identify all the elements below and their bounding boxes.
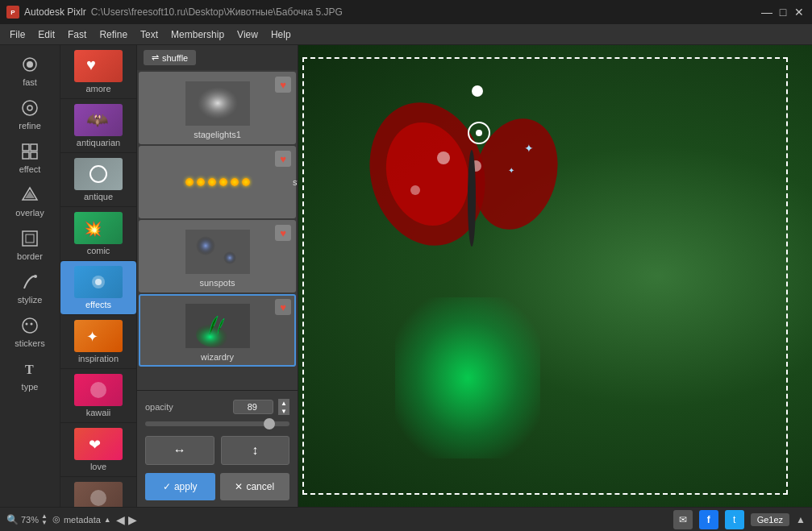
nav-controls: ◀ ▶ [116,513,137,526]
category-comic[interactable]: 💥 comic [60,207,136,261]
favorite-sunspots-button[interactable]: ♥ [275,225,291,241]
category-love-thumb: ❤ [74,428,123,460]
svg-point-2 [23,101,37,115]
tool-stickers-label: stickers [15,338,44,348]
facebook-button[interactable]: f [699,510,718,529]
svg-point-37 [437,151,450,164]
svg-text:💥: 💥 [84,220,102,238]
tool-effect[interactable]: effect [2,135,57,179]
tool-fast[interactable]: fast [2,48,57,92]
tool-refine[interactable]: refine [2,92,57,135]
menu-fast[interactable]: Fast [61,27,93,42]
tool-stickers[interactable]: stickers [2,309,57,353]
menu-text[interactable]: Text [134,27,164,42]
svg-rect-5 [31,144,37,151]
metadata-section[interactable]: ◎ metadata ▲ [52,514,111,525]
favorite-wizardry-button[interactable]: ♥ [275,299,291,315]
twitter-button[interactable]: t [725,510,744,529]
menu-view[interactable]: View [231,27,264,42]
effects-header: ⇌ shuffle [137,45,298,70]
fast-icon [19,53,41,76]
svg-rect-29 [185,230,250,274]
category-marks[interactable]: marks [60,477,136,507]
effect-sunspots[interactable]: ♥ sunspots [139,220,296,292]
user-badge[interactable]: Ge1ez [751,513,789,526]
svg-point-3 [27,106,32,110]
category-antique[interactable]: antique [60,153,136,207]
svg-rect-4 [23,144,29,151]
svg-text:✦: ✦ [86,329,98,345]
favorite-stagelights2-button[interactable]: ♥ [275,151,291,167]
zoom-spinners: ▲ ▼ [41,513,48,526]
tool-fast-label: fast [23,77,37,87]
category-amore[interactable]: ♥ amore [60,45,136,99]
category-marks-thumb [74,482,123,507]
light-dot [185,178,194,186]
wizardry-thumb [140,300,294,352]
flip-horizontal-button[interactable]: ↔ [145,436,214,465]
svg-text:🦇: 🦇 [86,109,109,131]
expand-button[interactable]: ▲ [796,514,806,525]
nav-prev-button[interactable]: ◀ [116,513,125,526]
effect-stagelights1[interactable]: ♥ stagelights1 [139,72,296,144]
menu-membership[interactable]: Membership [164,27,231,42]
mail-button[interactable]: ✉ [673,510,693,529]
favorite-stagelights1-button[interactable]: ♥ [275,77,291,93]
minimize-button[interactable]: — [760,6,773,19]
category-effects[interactable]: effects [60,261,136,315]
app-icon: P [6,6,19,19]
category-love[interactable]: ❤ love [60,423,136,477]
svg-point-25 [90,490,106,506]
apply-button[interactable]: ✓ apply [145,473,215,500]
wizardry-name: wizardry [201,352,234,362]
effect-wizardry[interactable]: ♥ wizardry [139,294,296,367]
menu-refine[interactable]: Refine [93,27,134,42]
nav-next-button[interactable]: ▶ [128,513,137,526]
category-inspiration[interactable]: ✦ inspiration [60,315,136,369]
category-love-label: love [90,462,106,471]
control-point-1[interactable] [472,85,483,97]
flip-vertical-button[interactable]: ↕ [221,436,290,465]
bottom-bar: 🔍 73% ▲ ▼ ◎ metadata ▲ ◀ ▶ ✉ f t Ge1ez ▲ [0,507,812,531]
sunspots-thumb [140,226,294,278]
type-icon: T [19,358,41,380]
svg-point-13 [26,323,28,326]
app-name: Autodesk Pixlr [24,6,86,18]
opacity-down-button[interactable]: ▼ [278,407,289,415]
effect-stagelights2[interactable]: ♥ stagelights2 [139,146,296,218]
stagelights2-thumb [144,156,290,209]
cancel-button[interactable]: ✕ cancel [220,473,290,500]
control-point-2[interactable] [468,122,490,144]
category-kawaii[interactable]: kawaii [60,369,136,423]
opacity-slider[interactable] [145,421,289,426]
search-icon: 🔍 [6,514,19,525]
light-dot [208,178,216,186]
tool-stylize[interactable]: stylize [2,266,57,309]
tool-overlay[interactable]: overlay [2,179,57,222]
category-antique-thumb [74,158,123,190]
menu-edit[interactable]: Edit [31,27,61,42]
close-button[interactable]: ✕ [793,6,806,19]
left-sidebar: fast refine effect overlay border [0,45,60,507]
menu-file[interactable]: File [3,27,31,42]
opacity-up-button[interactable]: ▲ [278,399,289,407]
tool-overlay-label: overlay [15,208,44,218]
zoom-down-button[interactable]: ▼ [41,520,48,526]
shuffle-icon: ⇌ [152,52,159,63]
category-antiquarian[interactable]: 🦇 antiquarian [60,99,136,153]
controls-panel: opacity ▲ ▼ ↔ ↕ ✓ apply [137,390,298,507]
sunspots-name: sunspots [199,278,235,288]
twitter-icon: t [733,514,735,525]
tool-type[interactable]: T type [2,353,57,396]
metadata-up-arrow: ▲ [104,516,111,524]
stagelights1-name: stagelights1 [194,130,241,139]
maximize-button[interactable]: □ [777,6,789,19]
canvas-area[interactable]: ✦ ✦ [298,45,812,507]
opacity-input[interactable] [233,400,273,414]
opacity-label: opacity [145,402,228,412]
light-dot [242,178,250,186]
shuffle-button[interactable]: ⇌ shuffle [144,50,196,65]
tool-border[interactable]: border [2,222,57,266]
menu-help[interactable]: Help [264,27,298,42]
effects-panel: ⇌ shuffle ♥ stagelights1 ♥ [137,45,298,507]
